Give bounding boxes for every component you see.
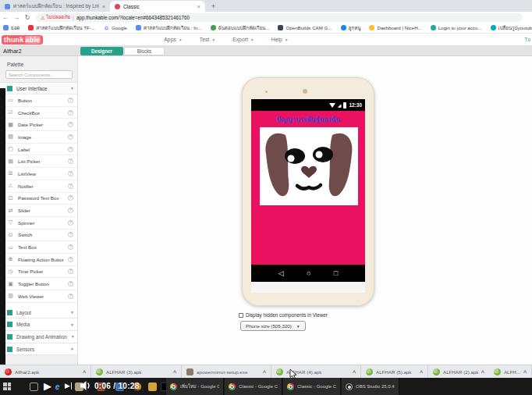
help-icon[interactable]: ? [68,220,73,226]
taskbar-window-button[interactable]: เพิ่มใหม่ - Google C... [166,378,224,395]
download-item[interactable]: apowermirror-setup.exe ^ [182,365,271,378]
address-bar[interactable]: ⚠ ไม่ปลอดภัย | app.thunkable.com/?locale… [36,13,523,22]
taskbar-window-button[interactable]: Classic - Google Ch... [225,378,282,395]
tab-active-classic[interactable]: Classic × [110,1,205,12]
help-icon[interactable]: ? [68,98,73,103]
palette-component-item[interactable]: ▽ Spinner ? [0,217,77,230]
download-item[interactable]: Alfhar2.apk ^ [0,365,91,378]
palette-component-item[interactable]: ▨ Image ? [0,131,77,144]
help-icon[interactable]: ? [68,269,73,274]
palette-component-item[interactable]: ⇄ Slider ? [0,205,77,217]
new-tab-button[interactable]: + [211,2,215,10]
tab-close-icon[interactable]: × [102,4,105,9]
chevron-down-icon: ▼ [70,347,74,351]
search-components-input[interactable] [5,70,73,79]
palette-component-item[interactable]: ☰ ListView ? [0,168,77,180]
palette-component-item[interactable]: ▦ Date Picker ? [0,119,77,131]
download-menu-caret[interactable]: ^ [173,372,176,375]
back-icon[interactable]: ← [0,14,11,21]
app-screen[interactable]: ปัญญาประดิษฐ์ของฉัน [251,111,365,265]
help-icon[interactable]: ? [68,183,73,189]
download-item[interactable]: ALFHAR (3).apk ^ [91,365,182,378]
forward-icon[interactable]: → [11,14,22,21]
palette-component-item[interactable]: ⚠ Notifier ? [0,180,77,193]
palette-component-item[interactable]: ▥ Web Viewer ? [0,290,77,303]
start-button-icon[interactable] [3,383,11,390]
dog-image-component[interactable] [260,127,358,205]
help-icon[interactable]: ? [68,110,73,116]
palette-component-item[interactable]: ☑ CheckBox ? [0,107,77,119]
header-menu-item[interactable]: Test ▼ [200,37,215,42]
palette-component-item[interactable]: ▤ List Picker ? [0,155,77,168]
help-icon[interactable]: ? [68,158,73,164]
tab-blocks[interactable]: Blocks [124,47,165,55]
bookmark-item[interactable]: ศาสตร์แบบฝึกหัดเรียน : In... [136,24,202,32]
reload-icon[interactable]: ↻ [22,14,33,21]
download-menu-caret[interactable]: ^ [523,372,527,375]
header-right-link[interactable]: Tu [524,37,530,42]
bookmark-item[interactable]: ศาสตร์แบบฝึกหัดเรียน TF-... [28,24,95,32]
palette-category-item[interactable]: Layout ▼ [0,307,77,319]
display-hidden-checkbox[interactable] [239,313,243,318]
download-item[interactable]: ALFHAR (4).apk ^ [271,365,361,378]
palette-component-item[interactable]: ⊡ Password Text Box ? [0,193,77,205]
palette-component-item[interactable]: ▢ Label ? [0,144,77,156]
app-screen-title[interactable]: ปัญญาประดิษฐ์ของฉัน [251,111,365,125]
download-menu-caret[interactable]: ^ [353,372,356,375]
download-menu-caret[interactable]: ^ [420,372,423,375]
palette-category-item[interactable]: Media ▼ [0,318,77,331]
edge-icon[interactable]: e [53,383,62,391]
download-menu-caret[interactable]: ^ [263,372,266,375]
help-icon[interactable]: ? [68,147,73,152]
palette-component-item[interactable]: ▭ Text Box ? [0,241,77,254]
download-item[interactable]: ALFHAR (5).apk ^ [361,365,428,378]
bookmark-item[interactable]: ยอด [3,24,20,32]
bookmark-item[interactable]: Login to your acco... [431,25,482,30]
help-icon[interactable]: ? [68,171,73,176]
help-icon[interactable]: ? [68,195,73,201]
bookmark-item[interactable]: ฉันตอบแบบฝึกหัดเรียน... [211,24,270,32]
bookmark-item[interactable]: G Google [104,25,127,30]
bookmark-item[interactable]: Dashboard | NiceH... [369,25,421,30]
player-play-button[interactable]: ▶ [44,377,51,394]
tab-close-icon[interactable]: × [197,4,200,9]
bookmark-item[interactable]: OpenBuilds CAM G... [278,25,332,30]
phone-size-dropdown[interactable]: Phone size (505,320) ▼ [240,321,306,331]
palette-section-user-interface[interactable]: User Interface ▼ [0,83,77,94]
help-icon[interactable]: ? [68,134,73,140]
help-icon[interactable]: ? [68,208,73,213]
bookmark-item[interactable]: เปลี่ยนรูปyoutube ฉ... [491,24,532,32]
help-icon[interactable]: ? [68,122,73,127]
folder-icon[interactable] [148,383,157,391]
help-icon[interactable]: ? [68,257,73,262]
player-next-button[interactable]: ▶ [65,377,72,394]
header-menu-item[interactable]: Apps ▼ [164,37,182,42]
component-label: Web Viewer [18,294,64,299]
taskbar-window-button[interactable]: OBS Studio 25.0.4 (... [342,378,399,395]
tab-inactive[interactable]: ศาสตร์แบบฝึกหัดเรียน : Inspired by Lni × [0,1,110,12]
tab-designer[interactable]: Designer [80,47,123,55]
download-menu-caret[interactable]: ^ [83,372,86,375]
download-item[interactable]: ALFHAR (2).apk ^ [428,365,489,378]
thunkable-logo[interactable]: thunkable [2,35,43,44]
taskbar-window-button[interactable]: Classic - Google Ch... [283,378,341,395]
download-item[interactable]: ALFH... ^ [489,365,532,378]
section-square-icon [7,334,12,340]
bookmark-item[interactable]: ลูกหนู [341,24,361,32]
player-volume-button[interactable] [80,377,91,394]
palette-component-item[interactable]: ⊙ Switch ? [0,230,77,242]
help-icon[interactable]: ? [68,244,73,250]
palette-category-item[interactable]: Sensors ▼ [0,343,77,356]
palette-component-item[interactable]: ⊕ Floating Action Button ? [0,254,77,266]
help-icon[interactable]: ? [68,232,73,237]
palette-component-item[interactable]: ▭ Button ? [0,94,77,107]
header-menu-item[interactable]: Export ▼ [232,37,254,42]
palette-component-item[interactable]: ▣ Toggler Button ? [0,278,77,290]
help-icon[interactable]: ? [68,294,73,299]
help-icon[interactable]: ? [68,281,73,286]
header-menu-item[interactable]: Help ▼ [271,37,289,42]
palette-category-item[interactable]: Drawing and Animation ▼ [0,331,77,343]
task-view-icon[interactable] [30,383,38,391]
palette-component-item[interactable]: ◷ Time Picker ? [0,266,77,279]
download-menu-caret[interactable]: ^ [481,372,484,375]
